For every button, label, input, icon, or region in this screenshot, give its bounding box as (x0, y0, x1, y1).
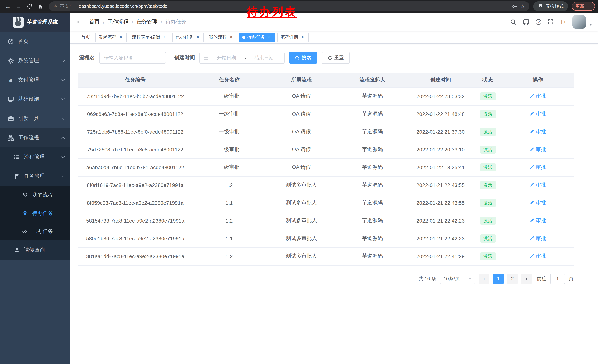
breadcrumb-task-management[interactable]: 任务管理 (137, 18, 158, 25)
avatar-chevron-down-icon[interactable] (589, 24, 592, 25)
approve-link[interactable]: 审批 (530, 129, 546, 135)
sidebar-item-todo-tasks[interactable]: 待办任务 (0, 204, 70, 222)
close-icon[interactable]: × (300, 35, 305, 40)
approve-link[interactable]: 审批 (530, 111, 546, 117)
edit-pen-icon (530, 94, 534, 99)
table-row: 725a1eb6-7b88-11ec-8ef0-acde48001122 一级审… (78, 123, 573, 141)
tab-start-process[interactable]: 发起流程 × (95, 32, 127, 42)
search-button[interactable]: 搜索 (289, 52, 317, 64)
password-key-icon[interactable] (512, 4, 518, 9)
page-button-2[interactable]: 2 (507, 274, 518, 284)
app-logo[interactable]: 芋道管理系统 (0, 13, 70, 32)
navbar-actions: ? TT (510, 15, 592, 29)
browser-menu-icon[interactable]: ⋮ (587, 4, 591, 9)
start-date-placeholder: 开始日期 (210, 54, 243, 61)
font-size-icon[interactable]: TT (560, 19, 566, 25)
tab-process-form-edit[interactable]: 流程表单-编辑 × (129, 32, 170, 42)
cell-actions: 审批 (502, 159, 573, 176)
browser-back-icon[interactable]: ← (3, 1, 13, 11)
sidebar-item-done-tasks[interactable]: 已办任务 (0, 222, 70, 240)
sidebar-item-system[interactable]: 系统管理 (0, 51, 70, 70)
page-size-select[interactable]: 10条/页 (440, 274, 475, 284)
cell-status: 激活 (473, 212, 502, 230)
cell-status: 激活 (473, 230, 502, 247)
table-row: 8f0d1619-7ac8-11ec-a9e2-a2380e71991a 1.2… (78, 176, 573, 194)
breadcrumb-home[interactable]: 首页 (89, 18, 100, 25)
cell-actions: 审批 (502, 87, 573, 105)
gear-icon (8, 57, 14, 64)
sidebar-item-task-management[interactable]: 任务管理 (0, 167, 70, 186)
table-row: 069c6a63-7b8a-11ec-8ef0-acde48001122 一级审… (78, 105, 573, 123)
approve-link[interactable]: 审批 (530, 217, 546, 224)
header-status: 状态 (473, 73, 502, 87)
chevron-down-icon (469, 278, 472, 280)
cell-starter: 芋道源码 (337, 105, 407, 123)
cell-create-time: 2022-01-21 22:42:23 (407, 212, 473, 230)
reset-button[interactable]: 重置 (322, 52, 350, 64)
sidebar-item-label: 任务管理 (24, 173, 58, 180)
browser-forward-icon[interactable]: → (14, 1, 24, 11)
avatar[interactable] (573, 15, 586, 29)
search-icon[interactable] (510, 19, 517, 25)
cell-starter: 芋道源码 (337, 87, 407, 105)
close-icon[interactable]: × (267, 35, 272, 40)
browser-update-button[interactable]: 更新 ⋮ (572, 2, 595, 11)
date-range-picker[interactable]: 开始日期 - 结束日期 (199, 52, 284, 64)
sidebar-item-devtools[interactable]: 研发工具 (0, 109, 70, 128)
table-row: 75d72608-7b7f-11ec-a3c8-acde48001122 一级审… (78, 141, 573, 159)
cell-status: 激活 (473, 105, 502, 123)
sidebar-collapse-icon[interactable] (76, 18, 83, 25)
process-name-input[interactable] (99, 52, 166, 64)
tab-my-process[interactable]: 我的流程 × (206, 32, 237, 42)
sidebar-item-infrastructure[interactable]: 基础设施 (0, 90, 70, 109)
sidebar-item-workflow[interactable]: 工作流程 (0, 128, 70, 147)
sidebar-item-my-process[interactable]: 我的流程 (0, 186, 70, 204)
end-date-placeholder: 结束日期 (248, 54, 281, 61)
tab-home[interactable]: 首页 (78, 32, 93, 42)
approve-link[interactable]: 审批 (530, 146, 546, 153)
cell-actions: 审批 (502, 123, 573, 141)
approve-link[interactable]: 审批 (530, 93, 546, 100)
tab-todo-tasks[interactable]: 待办任务 × (239, 32, 275, 42)
calendar-icon (203, 55, 208, 60)
close-icon[interactable]: × (229, 35, 234, 40)
cell-process: OA 请假 (266, 141, 337, 159)
sidebar-item-label: 系统管理 (18, 57, 58, 64)
fullscreen-icon[interactable] (548, 19, 554, 25)
approve-link[interactable]: 审批 (530, 182, 546, 188)
goto-page-input[interactable] (550, 274, 565, 284)
breadcrumb-workflow[interactable]: 工作流程 (108, 18, 129, 25)
cell-create-time: 2022-01-22 18:25:41 (407, 159, 473, 176)
user-voice-icon (22, 192, 28, 198)
cell-task-name: 1.2 (193, 212, 266, 230)
tab-done-tasks[interactable]: 已办任务 × (172, 32, 204, 42)
approve-link[interactable]: 审批 (530, 164, 546, 171)
breadcrumb-separator: / (161, 19, 162, 25)
close-icon[interactable]: × (118, 35, 123, 40)
github-icon[interactable] (523, 18, 530, 25)
page-button-1[interactable]: 1 (493, 274, 504, 284)
approve-link[interactable]: 审批 (530, 253, 546, 259)
approve-link[interactable]: 审批 (530, 200, 546, 206)
sidebar-item-payment[interactable]: ¥ 支付管理 (0, 70, 70, 90)
cell-process: 测试多审批人 (266, 194, 337, 212)
tab-process-detail[interactable]: 流程详情 × (277, 32, 309, 42)
cell-starter: 芋道源码 (337, 176, 407, 194)
close-icon[interactable]: × (162, 35, 167, 40)
sidebar-item-home[interactable]: 首页 (0, 32, 70, 51)
sidebar-item-leave-query[interactable]: 请假查询 (0, 240, 70, 259)
cell-create-time: 2022-01-21 22:43:55 (407, 176, 473, 194)
sidebar-item-label: 已办任务 (32, 228, 65, 235)
bookmark-star-icon[interactable]: ☆ (520, 3, 525, 9)
approve-link[interactable]: 审批 (530, 235, 546, 242)
prev-page-button[interactable]: ‹ (479, 274, 490, 284)
browser-home-icon[interactable] (35, 1, 45, 11)
double-check-icon (22, 228, 28, 235)
browser-refresh-icon[interactable] (25, 1, 34, 11)
close-icon[interactable]: × (195, 35, 200, 40)
incognito-badge: 无痕模式 (533, 1, 568, 11)
next-page-button[interactable]: › (521, 274, 532, 284)
help-icon[interactable]: ? (536, 19, 541, 25)
edit-pen-icon (530, 165, 534, 170)
sidebar-item-process-management[interactable]: 流程管理 (0, 147, 70, 167)
